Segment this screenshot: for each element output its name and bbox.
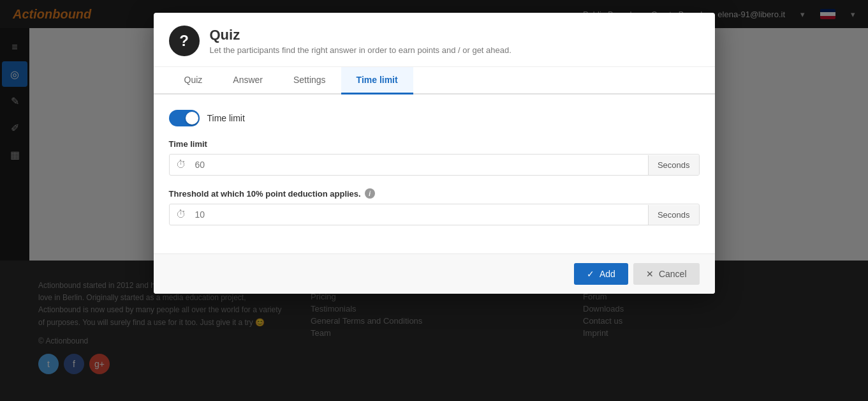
- time-limit-input-wrapper: ⏱ Seconds: [169, 154, 700, 176]
- cancel-button[interactable]: ✕ Cancel: [633, 263, 700, 285]
- cancel-label: Cancel: [659, 269, 687, 279]
- timer-icon: ⏱: [170, 159, 193, 170]
- toggle-thumb: [186, 112, 198, 125]
- modal-icon: ?: [169, 26, 200, 56]
- modal-title-block: Quiz Let the participants find the right…: [210, 27, 511, 55]
- modal-subtitle: Let the participants find the right answ…: [210, 45, 511, 55]
- time-limit-toggle[interactable]: [169, 110, 200, 126]
- modal-body: Time limit Time limit ⏱ Seconds Threshol…: [154, 95, 715, 253]
- time-limit-label: Time limit: [169, 139, 700, 149]
- threshold-info-icon[interactable]: i: [365, 188, 375, 199]
- close-icon: ✕: [646, 269, 654, 279]
- threshold-suffix: Seconds: [648, 205, 699, 225]
- quiz-modal: ? Quiz Let the participants find the rig…: [154, 13, 715, 294]
- threshold-input[interactable]: [193, 204, 648, 225]
- modal-header: ? Quiz Let the participants find the rig…: [154, 13, 715, 67]
- threshold-timer-icon: ⏱: [170, 209, 193, 220]
- toggle-track: [169, 110, 200, 126]
- modal-title: Quiz: [210, 27, 511, 43]
- modal-tabs: Quiz Answer Settings Time limit: [154, 67, 715, 95]
- toggle-label: Time limit: [207, 113, 245, 123]
- modal-footer: ✓ Add ✕ Cancel: [154, 253, 715, 294]
- tab-time-limit[interactable]: Time limit: [341, 67, 413, 95]
- check-icon: ✓: [587, 269, 594, 279]
- question-mark-icon: ?: [179, 32, 189, 50]
- threshold-input-wrapper: ⏱ Seconds: [169, 204, 700, 225]
- time-limit-field-group: Time limit ⏱ Seconds: [169, 139, 700, 176]
- time-limit-suffix: Seconds: [648, 155, 699, 175]
- toggle-row: Time limit: [169, 110, 700, 126]
- threshold-label: Threshold at which 10% point deduction a…: [169, 188, 700, 199]
- add-button[interactable]: ✓ Add: [574, 263, 628, 285]
- add-label: Add: [600, 269, 615, 279]
- threshold-field-group: Threshold at which 10% point deduction a…: [169, 188, 700, 225]
- tab-quiz[interactable]: Quiz: [169, 67, 218, 95]
- modal-backdrop: ? Quiz Let the participants find the rig…: [0, 0, 868, 401]
- time-limit-input[interactable]: [193, 155, 648, 175]
- tab-answer[interactable]: Answer: [217, 67, 278, 95]
- tab-settings[interactable]: Settings: [278, 67, 341, 95]
